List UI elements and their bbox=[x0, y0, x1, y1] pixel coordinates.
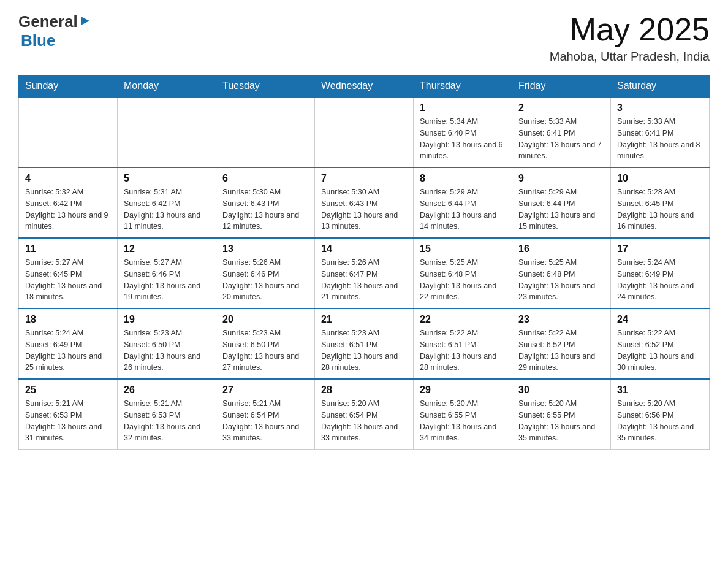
day-number: 10 bbox=[617, 173, 703, 184]
day-number: 18 bbox=[25, 314, 111, 325]
page-header: General Blue May 2025 Mahoba, Uttar Prad… bbox=[18, 12, 710, 64]
day-number: 4 bbox=[25, 173, 111, 184]
day-number: 15 bbox=[420, 243, 506, 255]
calendar-cell: 21Sunrise: 5:23 AMSunset: 6:51 PMDayligh… bbox=[315, 308, 414, 379]
week-row-2: 4Sunrise: 5:32 AMSunset: 6:42 PMDaylight… bbox=[19, 167, 710, 238]
day-info: Sunrise: 5:20 AMSunset: 6:55 PMDaylight:… bbox=[518, 398, 604, 444]
day-info: Sunrise: 5:20 AMSunset: 6:54 PMDaylight:… bbox=[321, 398, 407, 444]
calendar-cell: 6Sunrise: 5:30 AMSunset: 6:43 PMDaylight… bbox=[216, 167, 315, 238]
calendar-cell: 13Sunrise: 5:26 AMSunset: 6:46 PMDayligh… bbox=[216, 238, 315, 308]
day-number: 11 bbox=[25, 243, 111, 255]
header-saturday: Saturday bbox=[611, 75, 710, 98]
day-info: Sunrise: 5:22 AMSunset: 6:52 PMDaylight:… bbox=[617, 327, 703, 373]
day-info: Sunrise: 5:33 AMSunset: 6:41 PMDaylight:… bbox=[617, 116, 703, 162]
day-number: 14 bbox=[321, 243, 407, 255]
header-monday: Monday bbox=[118, 75, 216, 98]
day-info: Sunrise: 5:28 AMSunset: 6:45 PMDaylight:… bbox=[617, 186, 703, 232]
header-wednesday: Wednesday bbox=[315, 75, 414, 98]
day-number: 6 bbox=[222, 173, 308, 184]
day-number: 17 bbox=[617, 243, 703, 255]
day-info: Sunrise: 5:27 AMSunset: 6:45 PMDaylight:… bbox=[25, 257, 111, 303]
day-info: Sunrise: 5:20 AMSunset: 6:56 PMDaylight:… bbox=[617, 398, 703, 444]
calendar-cell bbox=[216, 97, 315, 167]
day-info: Sunrise: 5:31 AMSunset: 6:42 PMDaylight:… bbox=[124, 186, 210, 232]
day-number: 20 bbox=[222, 314, 308, 325]
calendar-cell: 4Sunrise: 5:32 AMSunset: 6:42 PMDaylight… bbox=[19, 167, 118, 238]
day-info: Sunrise: 5:30 AMSunset: 6:43 PMDaylight:… bbox=[321, 186, 407, 232]
day-info: Sunrise: 5:29 AMSunset: 6:44 PMDaylight:… bbox=[420, 186, 506, 232]
day-info: Sunrise: 5:26 AMSunset: 6:46 PMDaylight:… bbox=[222, 257, 308, 303]
day-number: 12 bbox=[124, 243, 210, 255]
day-info: Sunrise: 5:30 AMSunset: 6:43 PMDaylight:… bbox=[222, 186, 308, 232]
day-info: Sunrise: 5:23 AMSunset: 6:50 PMDaylight:… bbox=[222, 327, 308, 373]
day-number: 7 bbox=[321, 173, 407, 184]
calendar-cell: 31Sunrise: 5:20 AMSunset: 6:56 PMDayligh… bbox=[611, 379, 710, 450]
calendar-cell: 3Sunrise: 5:33 AMSunset: 6:41 PMDaylight… bbox=[611, 97, 710, 167]
week-row-4: 18Sunrise: 5:24 AMSunset: 6:49 PMDayligh… bbox=[19, 308, 710, 379]
calendar-cell bbox=[118, 97, 216, 167]
day-info: Sunrise: 5:21 AMSunset: 6:54 PMDaylight:… bbox=[222, 398, 308, 444]
day-info: Sunrise: 5:24 AMSunset: 6:49 PMDaylight:… bbox=[25, 327, 111, 373]
calendar-cell: 2Sunrise: 5:33 AMSunset: 6:41 PMDaylight… bbox=[512, 97, 611, 167]
day-info: Sunrise: 5:22 AMSunset: 6:51 PMDaylight:… bbox=[420, 327, 506, 373]
week-row-5: 25Sunrise: 5:21 AMSunset: 6:53 PMDayligh… bbox=[19, 379, 710, 450]
header-sunday: Sunday bbox=[19, 75, 118, 98]
day-number: 22 bbox=[420, 314, 506, 325]
day-number: 28 bbox=[321, 385, 407, 396]
day-info: Sunrise: 5:23 AMSunset: 6:50 PMDaylight:… bbox=[124, 327, 210, 373]
calendar-cell: 26Sunrise: 5:21 AMSunset: 6:53 PMDayligh… bbox=[118, 379, 216, 450]
logo-blue-text: Blue bbox=[21, 31, 55, 50]
calendar-cell: 8Sunrise: 5:29 AMSunset: 6:44 PMDaylight… bbox=[414, 167, 512, 238]
calendar-cell: 18Sunrise: 5:24 AMSunset: 6:49 PMDayligh… bbox=[19, 308, 118, 379]
calendar-cell: 25Sunrise: 5:21 AMSunset: 6:53 PMDayligh… bbox=[19, 379, 118, 450]
calendar-cell: 19Sunrise: 5:23 AMSunset: 6:50 PMDayligh… bbox=[118, 308, 216, 379]
header-thursday: Thursday bbox=[414, 75, 512, 98]
day-number: 21 bbox=[321, 314, 407, 325]
day-info: Sunrise: 5:27 AMSunset: 6:46 PMDaylight:… bbox=[124, 257, 210, 303]
calendar-cell: 14Sunrise: 5:26 AMSunset: 6:47 PMDayligh… bbox=[315, 238, 414, 308]
day-info: Sunrise: 5:22 AMSunset: 6:52 PMDaylight:… bbox=[518, 327, 604, 373]
day-number: 25 bbox=[25, 385, 111, 396]
day-info: Sunrise: 5:26 AMSunset: 6:47 PMDaylight:… bbox=[321, 257, 407, 303]
calendar-cell: 1Sunrise: 5:34 AMSunset: 6:40 PMDaylight… bbox=[414, 97, 512, 167]
week-row-1: 1Sunrise: 5:34 AMSunset: 6:40 PMDaylight… bbox=[19, 97, 710, 167]
calendar-cell: 22Sunrise: 5:22 AMSunset: 6:51 PMDayligh… bbox=[414, 308, 512, 379]
day-info: Sunrise: 5:34 AMSunset: 6:40 PMDaylight:… bbox=[420, 116, 506, 162]
day-number: 5 bbox=[124, 173, 210, 184]
day-number: 8 bbox=[420, 173, 506, 184]
day-number: 9 bbox=[518, 173, 604, 184]
day-info: Sunrise: 5:21 AMSunset: 6:53 PMDaylight:… bbox=[25, 398, 111, 444]
calendar-cell: 5Sunrise: 5:31 AMSunset: 6:42 PMDaylight… bbox=[118, 167, 216, 238]
day-number: 26 bbox=[124, 385, 210, 396]
day-number: 24 bbox=[617, 314, 703, 325]
day-info: Sunrise: 5:29 AMSunset: 6:44 PMDaylight:… bbox=[518, 186, 604, 232]
day-number: 3 bbox=[617, 102, 703, 113]
calendar-cell: 27Sunrise: 5:21 AMSunset: 6:54 PMDayligh… bbox=[216, 379, 315, 450]
calendar-cell: 17Sunrise: 5:24 AMSunset: 6:49 PMDayligh… bbox=[611, 238, 710, 308]
calendar-cell: 20Sunrise: 5:23 AMSunset: 6:50 PMDayligh… bbox=[216, 308, 315, 379]
day-number: 2 bbox=[518, 102, 604, 113]
calendar-cell: 12Sunrise: 5:27 AMSunset: 6:46 PMDayligh… bbox=[118, 238, 216, 308]
header-tuesday: Tuesday bbox=[216, 75, 315, 98]
week-row-3: 11Sunrise: 5:27 AMSunset: 6:45 PMDayligh… bbox=[19, 238, 710, 308]
calendar-table: Sunday Monday Tuesday Wednesday Thursday… bbox=[18, 75, 710, 450]
day-info: Sunrise: 5:25 AMSunset: 6:48 PMDaylight:… bbox=[420, 257, 506, 303]
day-info: Sunrise: 5:32 AMSunset: 6:42 PMDaylight:… bbox=[25, 186, 111, 232]
month-title: May 2025 bbox=[550, 12, 710, 47]
svg-marker-0 bbox=[81, 17, 89, 25]
day-number: 29 bbox=[420, 385, 506, 396]
calendar-cell: 11Sunrise: 5:27 AMSunset: 6:45 PMDayligh… bbox=[19, 238, 118, 308]
calendar-cell: 23Sunrise: 5:22 AMSunset: 6:52 PMDayligh… bbox=[512, 308, 611, 379]
header-friday: Friday bbox=[512, 75, 611, 98]
day-number: 31 bbox=[617, 385, 703, 396]
day-number: 19 bbox=[124, 314, 210, 325]
day-number: 16 bbox=[518, 243, 604, 255]
logo-arrow-icon bbox=[80, 15, 91, 29]
calendar-cell: 15Sunrise: 5:25 AMSunset: 6:48 PMDayligh… bbox=[414, 238, 512, 308]
logo-general-text: General bbox=[18, 12, 78, 31]
day-number: 1 bbox=[420, 102, 506, 113]
calendar-cell: 29Sunrise: 5:20 AMSunset: 6:55 PMDayligh… bbox=[414, 379, 512, 450]
day-info: Sunrise: 5:20 AMSunset: 6:55 PMDaylight:… bbox=[420, 398, 506, 444]
location-title: Mahoba, Uttar Pradesh, India bbox=[550, 50, 710, 64]
day-number: 23 bbox=[518, 314, 604, 325]
